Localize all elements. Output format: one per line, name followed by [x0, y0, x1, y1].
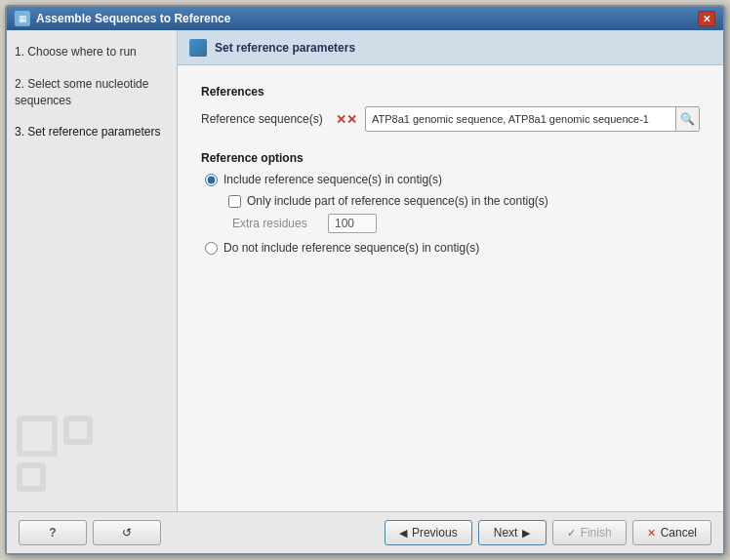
option2-label: Do not include reference sequence(s) in … — [223, 241, 479, 255]
sidebar-step-3: 3. Set reference parameters — [15, 122, 169, 142]
help-button[interactable]: ? — [19, 520, 87, 545]
step2-number: 2. — [15, 77, 27, 91]
ref-icon-symbol: ✕✕ — [336, 112, 357, 127]
option1-radio[interactable] — [205, 174, 218, 186]
watermark-square-1 — [17, 416, 58, 457]
main-header: Set reference parameters — [178, 30, 723, 65]
close-button[interactable]: ✕ — [698, 11, 715, 26]
watermark-square-2 — [63, 416, 93, 445]
sidebar: 1. Choose where to run 2. Select some nu… — [7, 30, 178, 511]
reference-field-row: Reference sequence(s) ✕✕ 🔍 — [201, 106, 700, 132]
finish-label: Finish — [581, 526, 612, 540]
reference-input-container[interactable]: 🔍 — [365, 106, 700, 132]
next-button[interactable]: Next ▶ — [478, 520, 547, 545]
watermark-square-3 — [17, 462, 46, 492]
footer-right: ◀ Previous Next ▶ ✓ Finish ✕ Cancel — [385, 520, 711, 545]
sub-options: Only include part of reference sequence(… — [201, 194, 700, 233]
main-content: References Reference sequence(s) ✕✕ 🔍 — [178, 65, 723, 511]
header-icon — [189, 39, 207, 57]
footer-left: ? ↺ — [19, 520, 161, 545]
option1-row: Include reference sequence(s) in contig(… — [201, 173, 700, 186]
title-bar-left: ▦ Assemble Sequences to Reference — [15, 11, 230, 26]
reset-icon: ↺ — [122, 526, 132, 540]
finish-button[interactable]: ✓ Finish — [552, 520, 627, 545]
step1-label: Choose where to run — [27, 45, 136, 59]
reference-input[interactable] — [366, 110, 675, 128]
window-title: Assemble Sequences to Reference — [36, 12, 230, 25]
cancel-button[interactable]: ✕ Cancel — [632, 520, 711, 545]
check-icon: ✓ — [567, 527, 576, 540]
reference-field-label: Reference sequence(s) — [201, 112, 328, 126]
next-label: Next — [494, 526, 518, 540]
cancel-label: Cancel — [661, 526, 697, 540]
watermark-row-1 — [17, 416, 93, 457]
watermark-shape — [17, 416, 93, 492]
extra-residues-input[interactable] — [328, 214, 377, 233]
sidebar-watermark — [17, 416, 93, 492]
sidebar-step-1: 1. Choose where to run — [15, 42, 169, 62]
prev-arrow-icon: ◀ — [399, 527, 407, 540]
ref-icon: ✕✕ — [336, 112, 357, 127]
extra-residues-row: Extra residues — [228, 214, 700, 233]
references-section-title: References — [201, 85, 700, 99]
option1-label: Include reference sequence(s) in contig(… — [223, 173, 442, 186]
cancel-x-icon: ✕ — [647, 527, 656, 540]
option2-row: Do not include reference sequence(s) in … — [201, 241, 700, 255]
options-section-title: Reference options — [201, 151, 700, 165]
step3-label: Set reference parameters — [27, 125, 160, 139]
suboption-row: Only include part of reference sequence(… — [228, 194, 700, 208]
main-header-title: Set reference parameters — [215, 41, 355, 55]
browse-icon: 🔍 — [680, 112, 695, 126]
watermark-row-2 — [17, 462, 93, 492]
content-area: 1. Choose where to run 2. Select some nu… — [7, 30, 723, 511]
suboption-label: Only include part of reference sequence(… — [247, 194, 548, 208]
extra-residues-label: Extra residues — [232, 217, 320, 230]
previous-button[interactable]: ◀ Previous — [385, 520, 472, 545]
step3-number: 3. — [15, 125, 27, 139]
suboption-checkbox[interactable] — [228, 195, 241, 208]
browse-button[interactable]: 🔍 — [675, 107, 699, 131]
main-window: ▦ Assemble Sequences to Reference ✕ 1. C… — [5, 5, 725, 555]
sidebar-step-2: 2. Select some nucleotide sequences — [15, 74, 169, 111]
references-section: References Reference sequence(s) ✕✕ 🔍 — [201, 85, 700, 132]
options-section: Reference options Include reference sequ… — [201, 151, 700, 255]
step1-number: 1. — [15, 45, 27, 59]
app-icon: ▦ — [15, 11, 30, 26]
footer: ? ↺ ◀ Previous Next ▶ ✓ Finish ✕ Cancel — [7, 511, 723, 553]
previous-label: Previous — [412, 526, 458, 540]
help-icon: ? — [49, 526, 56, 540]
option2-radio[interactable] — [205, 242, 218, 255]
step2-label: Select some nucleotide sequences — [15, 77, 148, 107]
main-area: Set reference parameters References Refe… — [178, 30, 723, 511]
reset-button[interactable]: ↺ — [93, 520, 161, 545]
title-bar: ▦ Assemble Sequences to Reference ✕ — [7, 7, 723, 30]
next-arrow-icon: ▶ — [522, 527, 530, 540]
